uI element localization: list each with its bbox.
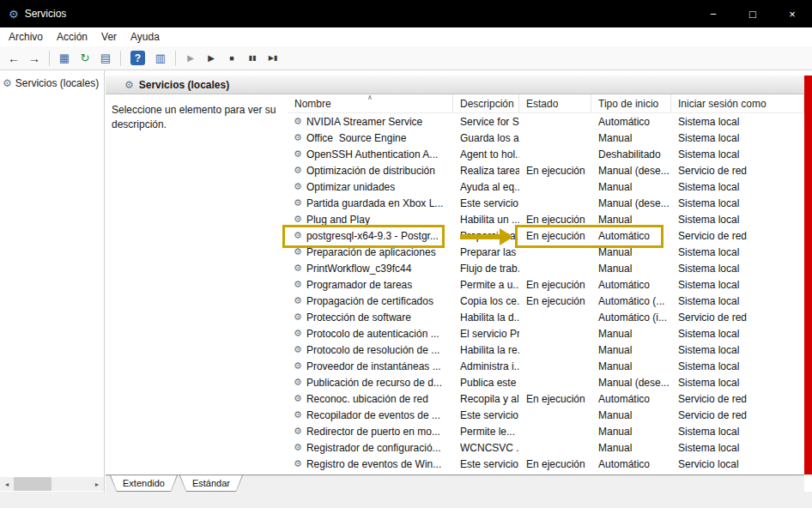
column-header-4[interactable]: Iniciar sesión como [671, 94, 804, 112]
properties-button[interactable]: ▥ [150, 49, 171, 68]
service-name: ⚙NVIDIA Streamer Service [288, 116, 453, 128]
service-logon-as: Servicio de red [671, 311, 804, 324]
service-row[interactable]: ⚙Optimizar unidadesAyuda al eq...ManualS… [288, 178, 804, 195]
maximize-button[interactable]: □ [733, 0, 773, 27]
close-button[interactable]: × [773, 0, 812, 27]
start-service-button[interactable]: ▶ [180, 49, 201, 68]
column-label: Tipo de inicio [598, 98, 658, 110]
service-gear-icon: ⚙ [294, 458, 302, 469]
service-startup-type: Manual [591, 360, 671, 372]
export-list-button[interactable]: ▤ [95, 49, 116, 68]
service-name-label: Publicación de recurso de d... [306, 377, 442, 389]
service-row[interactable]: ⚙Reconoc. ubicación de redRecopila y al.… [288, 390, 804, 407]
table-header: Nombre∧DescripciónEstadoTipo de inicioIn… [288, 94, 804, 113]
app-gear-icon: ⚙ [9, 8, 19, 21]
service-logon-as: Sistema local [671, 377, 804, 389]
service-gear-icon: ⚙ [294, 311, 302, 323]
service-name-label: Protocolo de autenticación ... [306, 328, 439, 340]
minimize-button[interactable]: − [694, 0, 733, 27]
tab-label: Estándar [180, 475, 242, 491]
resume-service-button[interactable]: ▶ [201, 49, 221, 68]
sidebar-item-servicios-locales[interactable]: ⚙ Servicios (locales) [0, 70, 104, 89]
refresh-button[interactable]: ↻ [75, 49, 95, 68]
menu-item-ayuda[interactable]: Ayuda [124, 31, 167, 43]
service-name: ⚙Recopilador de eventos de ... [288, 409, 453, 421]
service-name-label: NVIDIA Streamer Service [306, 116, 422, 128]
service-name: ⚙Protocolo de autenticación ... [288, 328, 453, 340]
service-row[interactable]: ⚙Protocolo de resolución de ...Habilita … [288, 342, 804, 358]
column-header-2[interactable]: Estado [519, 94, 591, 112]
service-gear-icon: ⚙ [294, 279, 302, 290]
service-name: ⚙Registrador de configuració... [288, 442, 453, 454]
service-startup-type: Manual (dese... [591, 165, 671, 177]
service-description: Flujo de trab... [453, 263, 519, 275]
service-name-label: Registrador de configuració... [306, 442, 441, 454]
service-row[interactable]: ⚙Registro de eventos de Win...Este servi… [288, 456, 804, 472]
service-row[interactable]: ⚙Protección de softwareHabilita la d...A… [288, 309, 804, 325]
service-gear-icon: ⚙ [294, 409, 302, 420]
description-pane: Seleccione un elemento para ver su descr… [106, 94, 288, 475]
service-row[interactable]: ⚙Office Source EngineGuarda los a...Manu… [288, 130, 804, 146]
menu-item-acción[interactable]: Acción [50, 31, 94, 43]
scroll-right-icon[interactable]: ► [90, 477, 104, 491]
service-name-label: Registro de eventos de Win... [306, 458, 441, 470]
service-gear-icon: ⚙ [294, 263, 302, 274]
service-startup-type: Manual [591, 181, 671, 193]
tab-estándar[interactable]: Estándar [179, 475, 243, 492]
forward-button[interactable]: → [24, 49, 45, 68]
service-name-label: Plug and Play [306, 214, 370, 226]
menu-item-archivo[interactable]: Archivo [2, 31, 50, 43]
service-name: ⚙Propagación de certificados [288, 295, 453, 307]
service-startup-type: Automático [591, 279, 671, 291]
pause-service-button[interactable]: ▮▮ [242, 49, 263, 68]
scroll-left-icon[interactable]: ◄ [0, 477, 14, 491]
column-header-3[interactable]: Tipo de inicio [591, 94, 671, 112]
sidebar-horizontal-scrollbar[interactable]: ◄ ► [0, 477, 104, 491]
service-name-label: Programador de tareas [306, 279, 412, 291]
toolbar-separator [175, 51, 176, 66]
restart-service-button[interactable]: ▶▮ [263, 49, 283, 68]
service-row[interactable]: ⚙Partida guardada en Xbox L...Este servi… [288, 195, 804, 211]
help-button[interactable]: ? [130, 51, 145, 65]
highlight-arrow-icon [460, 228, 513, 245]
service-description: Habilita un ... [453, 214, 519, 226]
service-row[interactable]: ⚙Protocolo de autenticación ...El servic… [288, 325, 804, 342]
back-button[interactable]: ← [3, 49, 24, 68]
service-row[interactable]: ⚙OpenSSH Authentication A...Agent to hol… [288, 146, 804, 162]
service-description: Realiza tarea... [453, 165, 519, 177]
service-row[interactable]: ⚙PrintWorkflow_c39fc44Flujo de trab...Ma… [288, 260, 804, 276]
show-console-tree-button[interactable]: ▦ [54, 49, 75, 68]
service-name-label: PrintWorkflow_c39fc44 [306, 263, 412, 275]
service-row[interactable]: ⚙Recopilador de eventos de ...Este servi… [288, 407, 804, 423]
service-row[interactable]: ⚙Programador de tareasPermite a u...En e… [288, 276, 804, 293]
tab-extendido[interactable]: Extendido [110, 475, 178, 492]
column-header-0[interactable]: Nombre∧ [288, 94, 453, 112]
service-name: ⚙Publicación de recurso de d... [288, 377, 453, 389]
window-body: ⚙ Servicios (locales) ◄ ► ⚙ Servicios (l… [0, 70, 812, 492]
service-row[interactable]: ⚙Publicación de recurso de d...Publica e… [288, 374, 804, 390]
service-gear-icon: ⚙ [294, 426, 302, 437]
menu-item-ver[interactable]: Ver [94, 31, 124, 43]
service-logon-as: Sistema local [671, 442, 804, 454]
service-name-label: Redirector de puerto en mo... [306, 426, 440, 438]
services-gear-icon: ⚙ [124, 79, 134, 91]
service-row[interactable]: ⚙Registrador de configuració...WCNCSVC .… [288, 439, 804, 456]
service-list: ⚙NVIDIA Streamer ServiceService for S...… [288, 113, 804, 475]
service-name: ⚙Protección de software [288, 311, 453, 324]
service-description: Agent to hol... [453, 148, 519, 160]
service-gear-icon: ⚙ [294, 360, 302, 372]
vertical-scrollbar[interactable] [804, 76, 812, 475]
service-row[interactable]: ⚙NVIDIA Streamer ServiceService for S...… [288, 113, 804, 130]
service-row[interactable]: ⚙Redirector de puerto en mo...Permite le… [288, 423, 804, 439]
column-header-1[interactable]: Descripción [453, 94, 519, 112]
service-row[interactable]: ⚙Proveedor de instantáneas ...Administra… [288, 358, 804, 374]
service-gear-icon: ⚙ [294, 116, 302, 127]
scrollbar-thumb[interactable] [14, 477, 52, 491]
stop-service-button[interactable]: ■ [221, 49, 242, 68]
service-description: El servicio Pr... [453, 328, 519, 340]
service-logon-as: Sistema local [671, 344, 804, 356]
service-row[interactable]: ⚙Propagación de certificadosCopia los ce… [288, 293, 804, 309]
service-startup-type: Manual [591, 344, 671, 356]
service-name-label: Propagación de certificados [306, 295, 433, 307]
service-row[interactable]: ⚙Optimización de distribuciónRealiza tar… [288, 162, 804, 178]
